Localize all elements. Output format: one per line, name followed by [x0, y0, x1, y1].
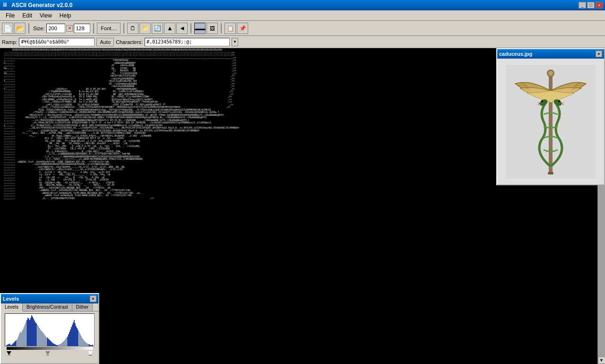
- menu-bar: File Edit View Help: [0, 10, 605, 21]
- tab-levels[interactable]: Levels: [1, 303, 23, 312]
- preview-body: [497, 59, 604, 184]
- scroll-down-arrow[interactable]: ▼: [598, 356, 605, 364]
- menu-view[interactable]: View: [36, 11, 56, 20]
- svg-point-5: [541, 100, 543, 102]
- view-image-button[interactable]: 🖼: [207, 23, 218, 34]
- toolbar: 📄 📂 Size: × Font.... 🗒 📁 🔄 ▲ ◄ ▬▬ 🖼 📋 📌: [0, 21, 605, 36]
- tab-brightness-contrast[interactable]: Brightness/Contrast: [23, 303, 72, 311]
- new-button[interactable]: 📄: [2, 23, 13, 34]
- preview-window: caduceus.jpg ×: [496, 48, 605, 185]
- levels-body: [1, 312, 98, 361]
- minimize-button[interactable]: _: [579, 2, 586, 9]
- ramp-input[interactable]: [19, 38, 95, 46]
- size-height-input[interactable]: [74, 24, 90, 33]
- levels-tabs: Levels Brightness/Contrast Dither: [1, 303, 98, 312]
- menu-file[interactable]: File: [2, 11, 18, 20]
- histogram-bars: [5, 314, 94, 346]
- black-point-slider[interactable]: [7, 351, 11, 355]
- sep2: [93, 23, 94, 34]
- paste-button[interactable]: 📌: [237, 23, 248, 34]
- flip-h-button[interactable]: ◄: [176, 23, 188, 34]
- title-bar: 🖥 ASCII Generator v2.0.0 _ □ ×: [0, 0, 605, 10]
- app-icon: 🖥: [2, 1, 9, 9]
- sep4: [190, 23, 191, 34]
- maximize-button[interactable]: □: [587, 2, 595, 9]
- new2-button[interactable]: 🗒: [127, 23, 138, 34]
- menu-help[interactable]: Help: [56, 11, 75, 20]
- view-buttons: ▬▬ 🖼: [194, 23, 218, 34]
- font-button[interactable]: Font....: [97, 23, 121, 34]
- size-separator: ×: [66, 25, 73, 32]
- size-group: Size: ×: [32, 24, 90, 33]
- ramp-label: Ramp:: [2, 39, 17, 45]
- app-title: ASCII Generator v2.0.0: [11, 2, 579, 9]
- histogram: [5, 313, 95, 347]
- svg-rect-1: [549, 74, 553, 169]
- open-button[interactable]: 📂: [14, 23, 26, 34]
- copy-button[interactable]: 📋: [225, 23, 236, 34]
- close-button[interactable]: ×: [596, 2, 603, 9]
- main-area: NIRDIRIRIRIR2IRIR2RdN2RdRIdIRdRdN2RIRIRd…: [0, 48, 605, 364]
- chars-input[interactable]: [145, 38, 230, 46]
- svg-rect-9: [548, 172, 553, 174]
- levels-panel: Levels × Levels Brightness/Contrast Dith…: [0, 293, 99, 364]
- svg-point-3: [548, 71, 553, 76]
- chars-dropdown[interactable]: ▼: [232, 38, 238, 46]
- tab-dither[interactable]: Dither: [72, 303, 93, 311]
- size-label: Size:: [32, 26, 45, 31]
- mid-point-slider[interactable]: [45, 351, 50, 355]
- sep3: [123, 23, 124, 34]
- levels-title: Levels: [3, 296, 90, 302]
- menu-edit[interactable]: Edit: [18, 11, 36, 20]
- transform-buttons: 🗒 📁 🔄 ▲ ◄: [127, 23, 188, 34]
- auto-button[interactable]: Auto: [96, 38, 114, 46]
- preview-close-button[interactable]: ×: [596, 51, 602, 57]
- chars-label: Characters:: [116, 39, 143, 45]
- size-width-input[interactable]: [46, 24, 65, 33]
- ramp-bar: Ramp: Auto Characters: ▼: [0, 36, 605, 48]
- open2-button[interactable]: 📁: [139, 23, 151, 34]
- svg-point-7: [558, 100, 560, 102]
- sep5: [221, 23, 222, 34]
- caduceus-image: [506, 65, 596, 178]
- levels-sliders: [5, 347, 95, 355]
- white-point-slider[interactable]: [88, 351, 93, 355]
- flip-v-button[interactable]: ▲: [164, 23, 175, 34]
- window-controls: _ □ ×: [579, 2, 603, 9]
- sep1: [28, 23, 29, 34]
- levels-close-button[interactable]: ×: [90, 295, 96, 302]
- preview-title: caduceus.jpg: [499, 51, 596, 57]
- refresh-button[interactable]: 🔄: [152, 23, 163, 34]
- view-text-button[interactable]: ▬▬: [194, 23, 206, 34]
- levels-title-bar: Levels ×: [1, 294, 98, 303]
- preview-title-bar: caduceus.jpg ×: [497, 49, 604, 59]
- file-buttons: 📄 📂: [2, 23, 26, 34]
- clipboard-buttons: 📋 📌: [225, 23, 248, 34]
